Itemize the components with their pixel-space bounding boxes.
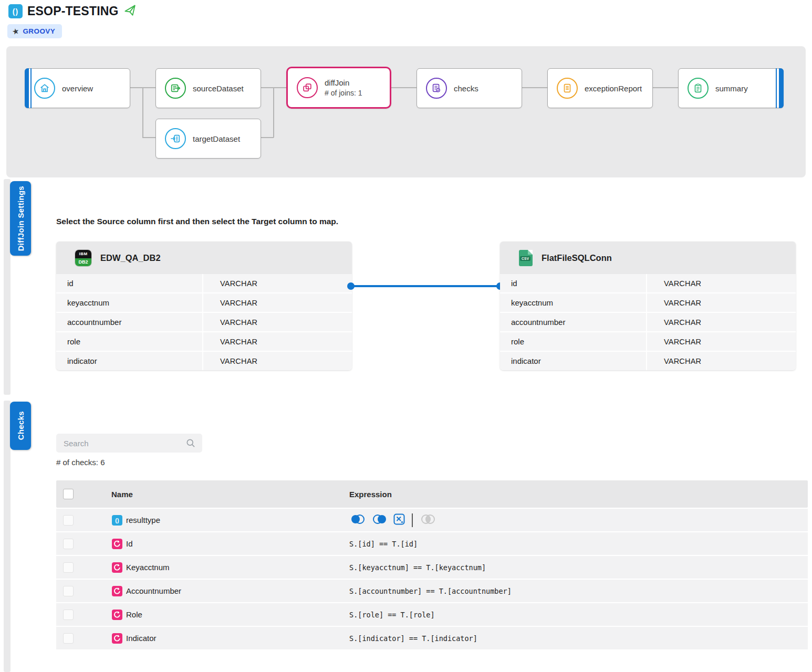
source-column-row[interactable]: accountnumber VARCHAR (56, 313, 352, 331)
workflow-node-overview[interactable]: overview (25, 68, 130, 108)
check-icon (112, 633, 122, 644)
target-column-row[interactable]: id VARCHAR (500, 274, 796, 292)
source-column-row[interactable]: role VARCHAR (56, 332, 352, 351)
select-all-checkbox[interactable] (63, 489, 74, 499)
source-table-panel: IBM DB2 EDW_QA_DB2 id VARCHAR keyacctnum… (56, 242, 352, 370)
row-checkbox[interactable] (63, 539, 74, 549)
left-join-icon[interactable] (349, 513, 366, 527)
target-dataset-icon (165, 128, 186, 149)
start-cap-line (30, 68, 32, 108)
tab-checks-label: Checks (16, 411, 25, 440)
check-name: Id (126, 539, 133, 548)
node-label: diffJoin (325, 78, 362, 88)
workflow-node-diffJoin[interactable]: diffJoin # of joins: 1 (286, 67, 391, 109)
workflow-node-sourceDataset[interactable]: sourceDataset (155, 68, 261, 108)
check-name: Keyacctnum (126, 563, 170, 572)
check-icon (112, 610, 122, 620)
home-icon (34, 78, 55, 99)
workflow-node-targetDataset[interactable]: targetDataset (155, 119, 261, 159)
row-checkbox[interactable] (63, 562, 74, 573)
check-name: Indicator (126, 634, 157, 643)
source-dataset-icon (165, 78, 186, 99)
groovy-badge-label: GROOVY (23, 27, 55, 35)
check-expression: S.[role] == T.[role] (349, 611, 435, 619)
node-label: exceptionReport (585, 84, 642, 93)
row-checkbox[interactable] (63, 586, 74, 596)
source-table-title: EDW_QA_DB2 (100, 253, 161, 263)
tab-diffjoin-settings-label: DiffJoin Settings (16, 186, 25, 251)
search-box (56, 434, 202, 453)
wire (522, 87, 547, 88)
checks-count: # of checks: 6 (56, 458, 105, 467)
search-icon[interactable] (185, 438, 196, 448)
row-checkbox[interactable] (63, 633, 74, 644)
check-expression: S.[id] == T.[id] (349, 540, 418, 548)
check-row-keyacctnum[interactable]: Keyacctnum S.[keyacctnum] == T.[keyacctn… (56, 556, 808, 579)
tab-diffjoin-settings[interactable]: DiffJoin Settings (10, 181, 31, 256)
wire (142, 87, 143, 138)
checks-table: Name Expression () resulttype (56, 480, 808, 649)
exception-report-icon (557, 78, 578, 99)
right-join-icon[interactable] (371, 513, 388, 527)
check-row-resulttype[interactable]: () resulttype (56, 509, 808, 531)
cross-join-icon[interactable] (393, 513, 405, 527)
check-row-role[interactable]: Role S.[role] == T.[role] (56, 603, 808, 626)
check-expression: S.[keyacctnum] == T.[keyacctnum] (349, 563, 486, 572)
check-icon (112, 586, 122, 596)
paper-plane-icon[interactable] (122, 3, 139, 20)
row-checkbox[interactable] (63, 610, 74, 620)
checks-icon (426, 78, 447, 99)
wire (273, 87, 286, 88)
target-column-row[interactable]: role VARCHAR (500, 332, 796, 351)
wire (273, 87, 274, 138)
check-row-id[interactable]: Id S.[id] == T.[id] (56, 532, 808, 555)
tab-checks[interactable]: Checks (10, 402, 31, 450)
checks-table-header-row: Name Expression (56, 480, 808, 508)
check-name: resulttype (126, 516, 160, 524)
node-label: overview (62, 84, 93, 93)
workflow-node-exceptionReport[interactable]: exceptionReport (547, 68, 653, 108)
groovy-badge[interactable]: ★ GROOVY (7, 24, 62, 38)
source-table-header: IBM DB2 EDW_QA_DB2 (56, 242, 352, 274)
wire (142, 137, 155, 138)
mapping-connector-dot[interactable] (347, 282, 355, 290)
csv-file-icon: CSV (519, 250, 533, 266)
check-name: Role (126, 610, 142, 619)
check-expression: S.[accountnumber] == T.[accountnumber] (349, 587, 512, 595)
column-header-expression: Expression (349, 490, 392, 499)
node-sublabel: # of joins: 1 (325, 88, 362, 98)
node-label: summary (715, 84, 748, 93)
target-table-title: FlatFileSQLConn (542, 253, 612, 263)
workflow-canvas: overview sourceDataset diffJ (6, 46, 806, 177)
wire (261, 137, 274, 138)
inner-join-icon-disabled (420, 513, 436, 527)
row-checkbox[interactable] (63, 515, 74, 526)
page-title: ESOP-TESTING (27, 4, 119, 18)
check-icon (112, 539, 122, 549)
workflow-node-summary[interactable]: summary (678, 68, 784, 108)
node-label: checks (454, 84, 478, 93)
target-column-row[interactable]: keyacctnum VARCHAR (500, 293, 796, 312)
target-table-header: CSV FlatFileSQLConn (500, 242, 796, 274)
check-name: Accountnumber (126, 586, 181, 595)
search-input[interactable] (56, 439, 185, 448)
source-column-row[interactable]: keyacctnum VARCHAR (56, 293, 352, 312)
wire (391, 87, 417, 88)
target-column-row[interactable]: accountnumber VARCHAR (500, 313, 796, 331)
start-cap (25, 68, 29, 108)
target-column-row[interactable]: indicator VARCHAR (500, 352, 796, 370)
check-expression: S.[indicator] == T.[indicator] (349, 634, 477, 643)
node-label: targetDataset (193, 134, 240, 143)
column-header-name: Name (111, 490, 133, 499)
source-column-row[interactable]: id VARCHAR (56, 274, 352, 292)
end-cap-line (776, 68, 777, 108)
check-row-accountnumber[interactable]: Accountnumber S.[accountnumber] == T.[ac… (56, 580, 808, 602)
wire (261, 87, 274, 88)
source-column-row[interactable]: indicator VARCHAR (56, 352, 352, 370)
workflow-node-checks[interactable]: checks (417, 68, 522, 108)
app-logo-icon: () (8, 4, 23, 18)
check-row-indicator[interactable]: Indicator S.[indicator] == T.[indicator] (56, 627, 808, 649)
check-icon (112, 562, 122, 573)
mapping-connector (350, 285, 500, 287)
groovy-star-icon: ★ (11, 26, 20, 36)
